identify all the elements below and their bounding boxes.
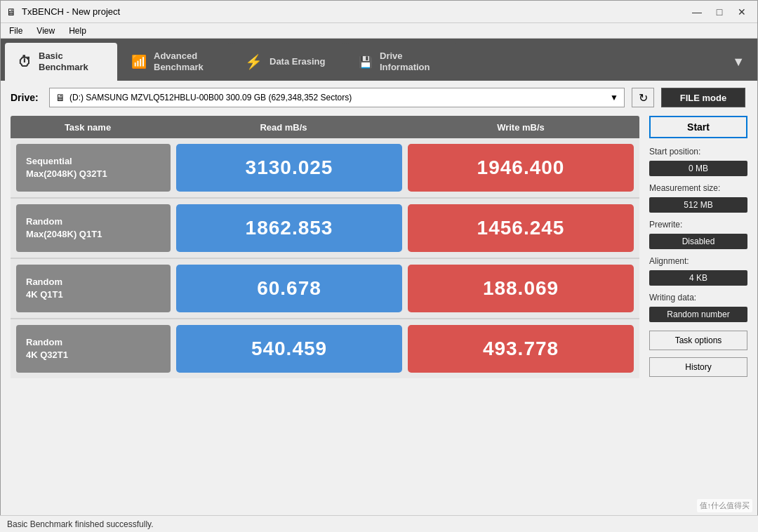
task-name-sequential: SequentialMax(2048K) Q32T1 xyxy=(16,144,171,192)
close-button[interactable]: ✕ xyxy=(732,5,752,19)
drive-select[interactable]: 🖥 (D:) SAMSUNG MZVLQ512HBLU-00B00 300.09… xyxy=(49,88,625,107)
measurement-size-value: 512 MB xyxy=(649,197,747,213)
right-panel: Start Start position: 0 MB Measurement s… xyxy=(649,116,747,502)
table-row: RandomMax(2048K) Q1T1 1862.853 1456.245 xyxy=(11,199,639,259)
history-button[interactable]: History xyxy=(649,357,747,377)
tab-drive-information[interactable]: 💾 Drive Information xyxy=(346,43,458,81)
tab-drive-line1: Drive xyxy=(380,51,430,62)
tab-advanced-line2: Benchmark xyxy=(154,62,204,73)
table-row: SequentialMax(2048K) Q32T1 3130.025 1946… xyxy=(11,138,639,199)
prewrite-label: Prewrite: xyxy=(649,220,747,230)
write-value-random-2048k: 1456.245 xyxy=(408,204,634,252)
drive-row: Drive: 🖥 (D:) SAMSUNG MZVLQ512HBLU-00B00… xyxy=(11,88,747,107)
data-erasing-icon: ⚡ xyxy=(245,53,262,70)
write-value-sequential: 1946.400 xyxy=(408,144,634,192)
menu-help[interactable]: Help xyxy=(63,25,92,37)
write-value-random-4k-q32t1: 493.778 xyxy=(408,325,634,373)
drive-refresh-button[interactable]: ↻ xyxy=(632,88,654,107)
tab-drive-line2: Information xyxy=(380,62,430,73)
tab-data-erasing[interactable]: ⚡ Data Erasing xyxy=(232,43,345,81)
tab-advanced-line1: Advanced xyxy=(154,51,204,62)
writing-data-value: Random number xyxy=(649,307,747,322)
tab-advanced-benchmark[interactable]: 📶 Advanced Benchmark xyxy=(119,43,231,81)
file-mode-button[interactable]: FILE mode xyxy=(661,88,745,107)
start-button[interactable]: Start xyxy=(649,116,747,138)
write-value-random-4k-q1t1: 188.069 xyxy=(408,265,634,312)
start-position-label: Start position: xyxy=(649,147,747,157)
measurement-size-label: Measurement size: xyxy=(649,183,747,193)
table-body: SequentialMax(2048K) Q32T1 3130.025 1946… xyxy=(11,138,639,378)
table-row: Random4K Q1T1 60.678 188.069 xyxy=(11,259,639,319)
read-value-sequential: 3130.025 xyxy=(176,144,402,192)
start-position-value: 0 MB xyxy=(649,161,747,176)
window-title: TxBENCH - New project xyxy=(22,6,120,17)
minimize-button[interactable]: — xyxy=(687,5,707,19)
content-area: Drive: 🖥 (D:) SAMSUNG MZVLQ512HBLU-00B00… xyxy=(1,81,757,516)
tab-basic-benchmark[interactable]: ⏱ Basic Benchmark xyxy=(5,43,117,81)
table-row: Random4K Q32T1 540.459 493.778 xyxy=(11,319,639,378)
task-options-button[interactable]: Task options xyxy=(649,331,747,350)
read-value-random-4k-q1t1: 60.678 xyxy=(176,265,402,312)
title-bar: 🖥 TxBENCH - New project — □ ✕ xyxy=(1,1,757,23)
drive-value: (D:) SAMSUNG MZVLQ512HBLU-00B00 300.09 G… xyxy=(69,93,352,102)
task-name-random-2048k: RandomMax(2048K) Q1T1 xyxy=(16,204,171,252)
advanced-benchmark-icon: 📶 xyxy=(131,54,147,69)
drive-label: Drive: xyxy=(11,92,42,103)
table-header: Task name Read mB/s Write mB/s xyxy=(11,116,639,138)
watermark: 值↑什么值得买 xyxy=(697,499,753,512)
tab-basic-line1: Basic xyxy=(39,51,88,62)
prewrite-value: Disabled xyxy=(649,234,747,249)
task-name-random-4k-q1t1: Random4K Q1T1 xyxy=(16,265,171,312)
writing-data-label: Writing data: xyxy=(649,293,747,302)
menu-bar: File View Help xyxy=(1,23,757,39)
tab-bar: ⏱ Basic Benchmark 📶 Advanced Benchmark ⚡… xyxy=(1,39,757,81)
status-bar: Basic Benchmark finished successfully. xyxy=(0,515,758,532)
col-task-name: Task name xyxy=(11,119,165,135)
tab-erasing-line1: Data Erasing xyxy=(270,56,325,67)
col-read: Read mB/s xyxy=(165,119,402,135)
maximize-button[interactable]: □ xyxy=(710,5,729,19)
status-text: Basic Benchmark finished successfully. xyxy=(7,519,154,529)
read-value-random-2048k: 1862.853 xyxy=(176,204,402,252)
tab-dropdown-icon[interactable]: ▼ xyxy=(726,52,750,72)
drive-info-icon: 💾 xyxy=(359,55,373,69)
menu-view[interactable]: View xyxy=(31,25,60,37)
menu-file[interactable]: File xyxy=(4,25,28,37)
col-write: Write mB/s xyxy=(402,119,639,135)
benchmark-table: Task name Read mB/s Write mB/s Sequentia… xyxy=(11,116,639,502)
main-layout: Task name Read mB/s Write mB/s Sequentia… xyxy=(11,116,747,502)
alignment-label: Alignment: xyxy=(649,256,747,266)
refresh-icon: ↻ xyxy=(639,91,648,105)
app-icon: 🖥 xyxy=(6,6,18,18)
alignment-value: 4 KB xyxy=(649,270,747,286)
task-name-random-4k-q32t1: Random4K Q32T1 xyxy=(16,325,171,373)
basic-benchmark-icon: ⏱ xyxy=(18,54,32,70)
read-value-random-4k-q32t1: 540.459 xyxy=(176,325,402,373)
tab-basic-line2: Benchmark xyxy=(39,62,88,73)
